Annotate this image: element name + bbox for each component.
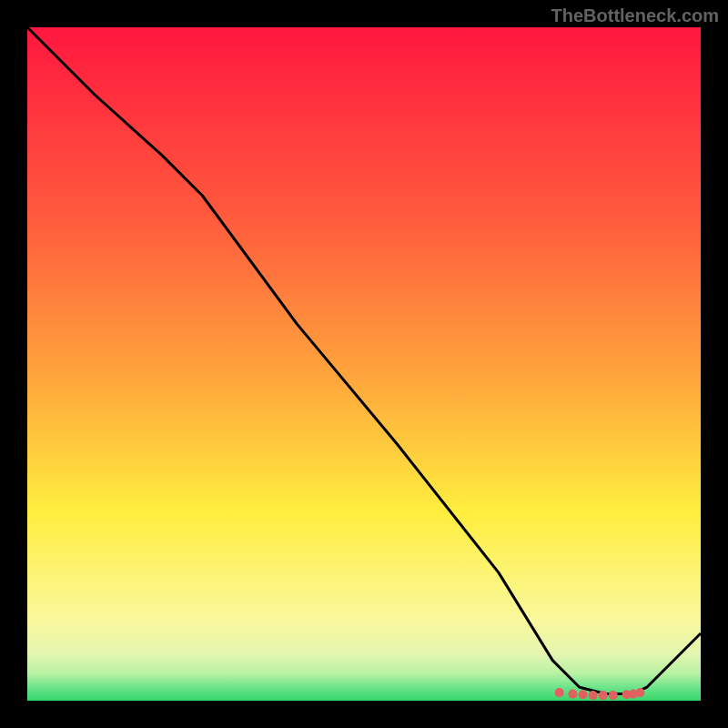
optimal-marker	[555, 688, 564, 697]
optimal-marker	[579, 690, 588, 699]
optimal-marker	[568, 690, 577, 699]
chart-plot-area	[27, 27, 701, 701]
optimal-marker	[599, 691, 608, 700]
optimal-marker	[609, 691, 618, 700]
chart-overlay	[27, 27, 701, 701]
optimal-marker	[635, 688, 644, 697]
bottleneck-curve	[27, 27, 701, 694]
attribution-text: TheBottleneck.com	[551, 5, 719, 26]
optimal-marker	[589, 691, 598, 700]
